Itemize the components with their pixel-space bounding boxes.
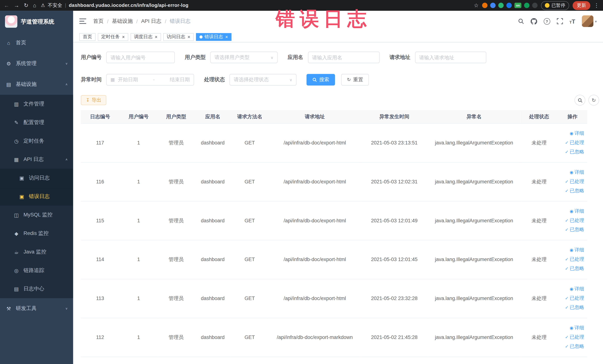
back-icon[interactable]: ← bbox=[4, 3, 9, 8]
refresh-button[interactable]: ↻ bbox=[588, 95, 599, 106]
close-icon[interactable]: × bbox=[155, 35, 158, 39]
breadcrumb-item[interactable]: 基础设施 bbox=[112, 18, 133, 25]
user-id-input[interactable] bbox=[106, 52, 175, 63]
app-name-label: 应用名 bbox=[288, 54, 303, 61]
column-header: 应用名 bbox=[195, 110, 231, 123]
forward-icon[interactable]: → bbox=[14, 3, 19, 8]
fullscreen-icon[interactable] bbox=[557, 18, 563, 24]
paw-ext-icon[interactable] bbox=[532, 3, 538, 8]
sidebar-item-system[interactable]: ⚙系统管理∨ bbox=[0, 53, 73, 74]
column-header: 异常发生时间 bbox=[361, 110, 428, 123]
sidebar-item-mysql[interactable]: ◫MySQL 监控 bbox=[0, 206, 73, 224]
user-menu[interactable]: ▾ bbox=[582, 15, 597, 27]
water-drop-ext-icon[interactable] bbox=[490, 3, 496, 8]
sidebar-item-trace[interactable]: ◎链路追踪 bbox=[0, 261, 73, 280]
close-icon[interactable]: × bbox=[188, 35, 190, 39]
sidebar-item-api-log[interactable]: ▦API 日志∧ bbox=[0, 150, 73, 169]
processed-link[interactable]: ✓已处理 bbox=[565, 334, 584, 341]
process-status-select[interactable]: 请选择处理状态 ∨ bbox=[230, 74, 296, 85]
breadcrumb-item[interactable]: API 日志 bbox=[141, 18, 161, 25]
on-badge-ext-icon[interactable]: on bbox=[514, 3, 521, 8]
user-type-select[interactable]: 请选择用户类型 ∨ bbox=[210, 52, 278, 63]
sidebar-item-dev-tools[interactable]: ⚒研发工具∨ bbox=[0, 298, 73, 319]
sidebar-item-redis[interactable]: ◆Redis 监控 bbox=[0, 224, 73, 243]
github-icon[interactable] bbox=[531, 18, 537, 24]
breadcrumb-item[interactable]: 错误日志 bbox=[170, 18, 191, 25]
sidebar-item-log-center[interactable]: ▤日志中心 bbox=[0, 280, 73, 298]
address-bar[interactable]: ⚠ 不安全 | dashboard.yudao.iocoder.cn/infra… bbox=[41, 2, 188, 9]
kebab-menu-icon[interactable]: ⋮ bbox=[594, 3, 599, 8]
table-row: 1171管理员dashboardGET/api/infra/db-doc/exp… bbox=[81, 123, 587, 162]
cell-time: 2021-05-03 12:01:49 bbox=[361, 201, 428, 240]
app-name-input[interactable] bbox=[308, 52, 380, 63]
tab-home[interactable]: 首页 bbox=[79, 33, 95, 41]
breadcrumb-item[interactable]: 首页 bbox=[93, 18, 104, 25]
cell-user_id: 1 bbox=[119, 123, 158, 162]
processed-link[interactable]: ✓已处理 bbox=[565, 217, 584, 224]
ignored-link[interactable]: ✓已忽略 bbox=[565, 343, 584, 350]
export-button[interactable]: ↧ 导出 bbox=[81, 95, 106, 105]
update-button[interactable]: 更新 bbox=[573, 1, 590, 10]
ignored-link[interactable]: ✓已忽略 bbox=[565, 304, 584, 311]
processed-link[interactable]: ✓已处理 bbox=[565, 295, 584, 302]
exception-time-range-picker[interactable]: ▦ 开始日期 - 结束日期 bbox=[106, 74, 194, 85]
search-icon[interactable] bbox=[518, 18, 524, 24]
sidebar-item-error-log[interactable]: ▣错误日志 bbox=[0, 187, 73, 206]
blue-grid-ext-icon[interactable] bbox=[506, 3, 512, 8]
tab-job-log[interactable]: 调度日志× bbox=[130, 33, 161, 41]
cell-method: GET bbox=[231, 201, 268, 240]
browser-home-icon[interactable]: ⌂ bbox=[33, 3, 36, 8]
processed-link[interactable]: ✓已处理 bbox=[565, 178, 584, 185]
main-panel: 首页/基础设施/API 日志/错误日志 ? bbox=[73, 11, 603, 364]
leaf-ext-icon[interactable] bbox=[524, 3, 529, 8]
eye-icon: ◉ bbox=[570, 209, 573, 213]
cell-method: GET bbox=[231, 162, 268, 201]
processed-link[interactable]: ✓已处理 bbox=[565, 140, 584, 146]
green-circle-ext-icon[interactable] bbox=[498, 3, 504, 8]
sidebar-item-file[interactable]: ▥文件管理 bbox=[0, 95, 73, 113]
font-size-icon[interactable]: TT bbox=[569, 18, 575, 24]
toggle-search-button[interactable] bbox=[574, 95, 585, 106]
sidebar-item-access-log[interactable]: ▣访问日志 bbox=[0, 169, 73, 187]
cell-status: 未处理 bbox=[521, 162, 557, 201]
paused-badge[interactable]: 已暂停 bbox=[541, 1, 569, 10]
logo[interactable]: 芋道管理系统 bbox=[0, 11, 73, 32]
tab-error-log[interactable]: 错误日志× bbox=[196, 33, 231, 41]
navbar-actions: ? TT ▾ bbox=[518, 15, 603, 27]
table-row: 1131管理员dashboardGET/api/infra/db-doc/exp… bbox=[81, 279, 587, 318]
ignored-link[interactable]: ✓已忽略 bbox=[565, 149, 584, 155]
table-row: 1161管理员dashboardGET/api/infra/db-doc/exp… bbox=[81, 162, 587, 201]
detail-link[interactable]: ◉详细 bbox=[570, 247, 584, 254]
log-doc-icon: ▣ bbox=[19, 194, 25, 199]
detail-link[interactable]: ◉详细 bbox=[570, 325, 584, 331]
help-icon[interactable]: ? bbox=[544, 18, 550, 24]
search-button[interactable]: 搜索 bbox=[307, 74, 335, 85]
sidebar-item-label: Redis 监控 bbox=[23, 230, 49, 237]
tab-job[interactable]: 定时任务× bbox=[98, 33, 128, 41]
sidebar-item-job[interactable]: ◷定时任务 bbox=[0, 132, 73, 150]
range-separator: - bbox=[141, 77, 167, 82]
reset-button[interactable]: ↻ 重置 bbox=[341, 74, 369, 85]
detail-link[interactable]: ◉详细 bbox=[570, 169, 584, 176]
sidebar-toggle-button[interactable] bbox=[79, 19, 86, 24]
ignored-link[interactable]: ✓已忽略 bbox=[565, 188, 584, 194]
processed-link[interactable]: ✓已处理 bbox=[565, 256, 584, 263]
sidebar-item-config[interactable]: ✎配置管理 bbox=[0, 113, 73, 132]
cell-app: dashboard bbox=[195, 240, 231, 279]
close-icon[interactable]: × bbox=[122, 35, 125, 39]
close-icon[interactable]: × bbox=[225, 35, 228, 39]
reload-icon[interactable]: ↻ bbox=[24, 3, 28, 8]
ignored-link[interactable]: ✓已忽略 bbox=[565, 265, 584, 272]
tab-access-log[interactable]: 访问日志× bbox=[163, 33, 194, 41]
ignored-link[interactable]: ✓已忽略 bbox=[565, 226, 584, 233]
bookmark-star-icon[interactable]: ☆ bbox=[474, 3, 479, 8]
sidebar-item-infra[interactable]: ▤基础设施∧ bbox=[0, 74, 73, 95]
detail-link[interactable]: ◉详细 bbox=[570, 130, 584, 137]
detail-link[interactable]: ◉详细 bbox=[570, 286, 584, 292]
orange-circle-ext-icon[interactable] bbox=[482, 3, 487, 8]
sidebar-item-home[interactable]: ⌂首页 bbox=[0, 32, 73, 53]
sidebar-menu: ⌂首页⚙系统管理∨▤基础设施∧▥文件管理✎配置管理◷定时任务▦API 日志∧▣访… bbox=[0, 32, 73, 319]
sidebar-item-java[interactable]: ☕Java 监控 bbox=[0, 243, 73, 261]
detail-link[interactable]: ◉详细 bbox=[570, 208, 584, 214]
request-url-input[interactable] bbox=[415, 52, 486, 63]
